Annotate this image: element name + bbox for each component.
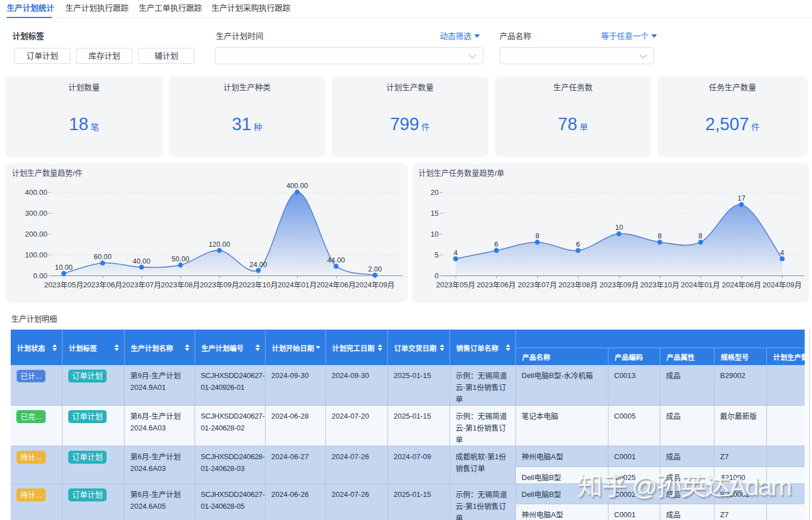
svg-text:2024年06月: 2024年06月	[722, 281, 761, 289]
svg-text:2023年09月: 2023年09月	[200, 281, 239, 289]
svg-text:2024年06月: 2024年06月	[316, 281, 355, 289]
svg-text:0: 0	[435, 272, 439, 280]
svg-text:2023年09月: 2023年09月	[599, 281, 638, 289]
svg-text:120.00: 120.00	[209, 241, 230, 248]
svg-text:400.00: 400.00	[25, 188, 47, 197]
svg-text:20: 20	[431, 188, 439, 197]
svg-text:300.00: 300.00	[25, 209, 47, 217]
svg-text:400.00: 400.00	[286, 182, 308, 190]
svg-text:8: 8	[699, 232, 703, 240]
svg-text:2024年09月: 2024年09月	[355, 281, 394, 289]
svg-text:44.00: 44.00	[327, 256, 345, 264]
svg-text:2023年07月: 2023年07月	[122, 281, 161, 289]
svg-text:50.00: 50.00	[171, 255, 189, 263]
svg-text:4: 4	[454, 249, 458, 257]
svg-text:2023年10月: 2023年10月	[640, 281, 679, 289]
svg-text:8: 8	[536, 232, 540, 240]
svg-text:0.00: 0.00	[33, 272, 47, 280]
svg-text:计划生产任务数量趋势/单: 计划生产任务数量趋势/单	[418, 169, 504, 177]
svg-text:100.00: 100.00	[25, 251, 47, 259]
svg-text:40.00: 40.00	[133, 257, 150, 265]
svg-text:17: 17	[738, 194, 745, 202]
svg-text:5: 5	[435, 251, 439, 259]
svg-text:60.00: 60.00	[94, 253, 111, 261]
svg-text:6: 6	[495, 241, 498, 248]
svg-text:4: 4	[780, 249, 784, 257]
svg-text:2024年01月: 2024年01月	[277, 281, 316, 289]
svg-text:2023年06月: 2023年06月	[83, 281, 122, 289]
svg-text:8: 8	[658, 232, 662, 240]
svg-text:10.00: 10.00	[55, 264, 72, 272]
svg-text:2.00: 2.00	[368, 265, 382, 273]
svg-text:2023年08月: 2023年08月	[161, 281, 200, 289]
svg-text:2023年05月: 2023年05月	[44, 281, 83, 289]
svg-text:计划生产数量趋势/件: 计划生产数量趋势/件	[12, 169, 82, 177]
svg-text:2023年10月: 2023年10月	[239, 281, 277, 289]
svg-text:6: 6	[576, 241, 580, 248]
svg-text:2024年01月: 2024年01月	[681, 281, 720, 289]
svg-text:2024年09月: 2024年09月	[762, 281, 801, 289]
svg-text:24.00: 24.00	[249, 261, 267, 269]
svg-text:2023年06月: 2023年06月	[476, 281, 515, 289]
svg-text:10: 10	[431, 230, 439, 238]
svg-text:10: 10	[615, 224, 623, 232]
svg-text:15: 15	[431, 209, 439, 217]
svg-text:2023年08月: 2023年08月	[558, 281, 597, 289]
svg-text:200.00: 200.00	[25, 230, 47, 238]
svg-text:2023年07月: 2023年07月	[518, 281, 557, 289]
svg-text:2023年05月: 2023年05月	[436, 281, 475, 289]
